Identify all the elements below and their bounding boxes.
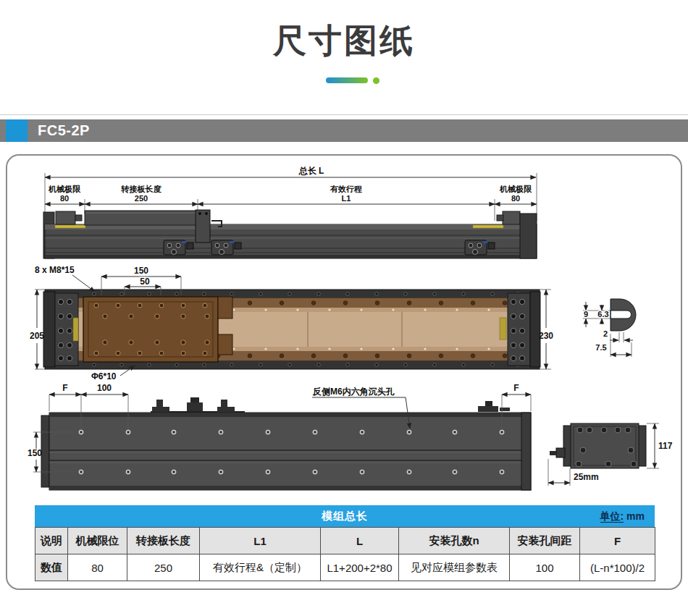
note-thread-holes: 8 x M8*15 [35,265,75,275]
dim-stroke-label: 有效行程 [330,185,362,193]
detail-dim-9: 9 [584,310,588,318]
value-l1: 有效行程&（定制） [200,554,321,581]
note-dowel-hole: Φ6*10 [91,371,117,381]
spec-table-title: 模组总长 [35,505,655,527]
dim-f-right: F [513,384,519,393]
bottom-view-drawing: F 100 反侧M6内六角沉头孔 F 150 [14,384,681,503]
slot-detail-view: 9 6.3 2 7.5 [583,299,636,357]
dim-pitch-150: 150 [134,266,148,276]
unit-note: 单位: mm [600,505,645,527]
col-header-hole-pitch: 安装孔间距 [510,528,580,554]
right-stopper-block [503,211,520,224]
dim-pitch-50: 50 [140,277,150,287]
detail-dim-7-5: 7.5 [595,343,606,352]
section-divider-line [0,114,688,115]
model-accent-chip [6,119,28,142]
top-view-drawing: 8 x M8*15 150 50 205 230 Φ6*10 [22,263,666,386]
col-header-f: F [580,528,655,554]
dim-row-150: 150 [28,448,42,458]
model-name: FC5-2P [38,119,90,142]
left-seal-strip [55,225,85,228]
value-mech-limit: 80 [68,554,127,581]
col-header-l1: L1 [200,528,321,554]
detail-dim-2: 2 [603,329,608,338]
row-label-values: 数值 [35,554,68,581]
dim-left-limit-value: 80 [60,194,69,203]
end-connector [556,448,565,457]
left-stopper-block [56,211,75,224]
dim-right-limit-value: 80 [511,194,520,203]
end-view: 117 25mm [548,423,673,486]
dim-f-left: F [62,384,67,393]
side-view-body [43,210,537,258]
col-header-l: L [321,528,399,554]
dim-width-205: 205 [30,331,44,341]
dim-adapter-value: 250 [135,194,148,203]
dim-width-230: 230 [539,331,553,341]
model-header-bar: FC5-2P [0,119,688,142]
title-underline-decoration [326,77,368,83]
left-end-cap [43,292,55,367]
dim-stroke-value: L1 [342,194,351,203]
spec-table-title-bar: 模组总长 单位: mm [35,505,655,527]
right-end-cap [520,214,537,258]
dim-total-length: 总长 L [298,166,324,176]
page-title: 尺寸图纸 [0,19,688,64]
top-view-body [43,290,540,369]
value-adapter-length: 250 [127,554,200,581]
spec-table: 模组总长 单位: mm 说明 机械限位 转接板长度 L1 L 安装孔数n 安装孔… [35,505,655,581]
col-header-adapter-length: 转接板长度 [127,528,200,554]
value-hole-pitch: 100 [510,554,580,581]
title-underline-dot [373,77,379,84]
right-seal-strip [473,225,503,228]
dim-right-limit-label: 机械极限 [499,185,532,193]
bottom-view-sensors [151,397,510,413]
dimension-drawing-page: 尺寸图纸 FC5-2P 总长 L 机械极限 80 转接板长度 [0,0,688,616]
carriage-bracket [196,210,210,242]
carriage-plate [83,297,232,362]
dim-end-offset-25: 25mm [574,472,599,482]
bottom-view-body [41,413,531,490]
col-header-mech-limit: 机械限位 [68,528,127,554]
col-header-hole-count: 安装孔数n [399,528,510,554]
side-view-drawing: 总长 L 机械极限 80 转接板长度 250 有效行程 L1 机械极限 80 [22,163,666,264]
right-end-cap [530,292,540,367]
value-f: (L-n*100)/2 [580,554,655,581]
dim-left-limit-label: 机械极限 [48,185,81,193]
note-countersunk-holes: 反侧M6内六角沉头孔 [312,387,395,397]
spec-value-row: 数值 80 250 有效行程&（定制） L1+200+2*80 见对应模组参数表… [35,554,655,581]
value-hole-count: 见对应模组参数表 [399,554,510,581]
detail-dim-6-3: 6.3 [597,310,608,318]
dim-end-height-117: 117 [658,441,673,451]
dim-pitch-100: 100 [97,384,112,393]
value-l: L1+200+2*80 [321,554,399,581]
dim-adapter-label: 转接板长度 [121,185,162,193]
col-header-desc: 说明 [35,528,68,554]
spec-header-row: 说明 机械限位 转接板长度 L1 L 安装孔数n 安装孔间距 F [35,528,655,554]
